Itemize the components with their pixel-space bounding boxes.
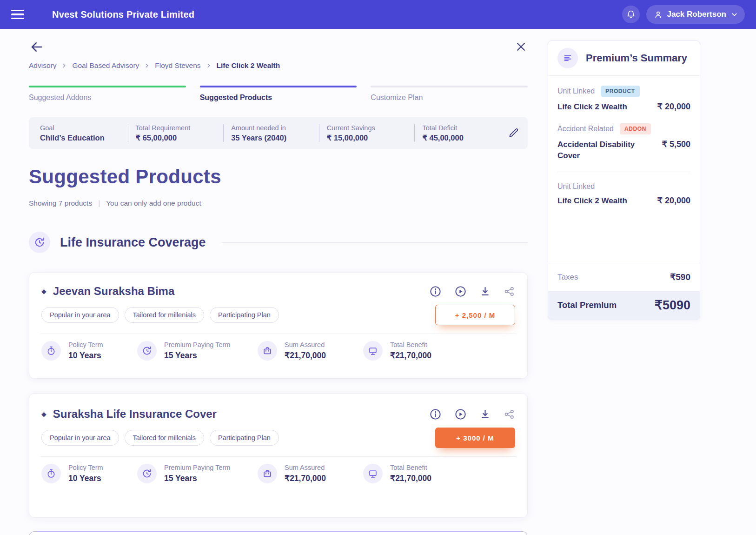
premium-paying-term-stat: Premium Paying Term 15 Years — [137, 341, 258, 361]
total-premium-row: Total Premium ₹5090 — [548, 291, 700, 320]
notifications-button[interactable] — [622, 6, 640, 23]
product-stats: Policy Term 10 Years Premium Paying Term… — [41, 341, 515, 361]
field-value: ₹ 15,00,000 — [327, 134, 407, 142]
top-header: Nvest Solutions Private Limited Jack Rob… — [0, 0, 756, 29]
product-tags: Popular in your area Tailored for millen… — [41, 307, 279, 323]
briefcase-icon — [258, 341, 277, 361]
field-value: 35 Years (2040) — [231, 134, 312, 142]
diamond-bullet-icon: ◆ — [41, 288, 46, 295]
policy-term-stat: Policy Term 10 Years — [41, 341, 137, 361]
field-value: ₹ 65,00,000 — [136, 134, 216, 142]
amount-needed-field: Amount needed in 35 Years (2040) — [228, 124, 314, 142]
breadcrumb-current: Life Click 2 Wealth — [217, 61, 280, 70]
item-name: Accidental Disability Cover — [557, 139, 637, 161]
share-button[interactable] — [504, 408, 515, 420]
section-title: Life Insurance Coverage — [60, 235, 206, 250]
info-button[interactable] — [429, 285, 442, 298]
stat-label: Premium Paying Term — [164, 464, 230, 471]
monitor-icon — [363, 464, 383, 483]
note-text: You can only add one product — [106, 199, 201, 207]
add-product-price-button[interactable]: + 2,500 / M — [435, 305, 515, 325]
card-actions — [429, 285, 515, 298]
edit-goal-button[interactable] — [508, 127, 519, 139]
divider — [319, 124, 319, 142]
total-premium-label: Total Premium — [557, 300, 617, 310]
sum-assured-stat: Sum Assured ₹21,70,000 — [258, 341, 363, 361]
stat-value: ₹21,70,000 — [390, 474, 431, 483]
step-tabs: Suggested Addons Suggested Products Cust… — [29, 86, 528, 102]
back-button[interactable] — [30, 40, 44, 54]
divider — [414, 124, 415, 142]
tab-customize-plan[interactable]: Customize Plan — [371, 86, 528, 102]
play-video-button[interactable] — [454, 285, 467, 298]
tag-participating: Participating Plan — [210, 430, 279, 446]
user-menu-button[interactable]: Jack Robertson — [646, 5, 745, 24]
tab-suggested-products[interactable]: Suggested Products — [200, 86, 357, 102]
download-button[interactable] — [479, 286, 491, 297]
bell-icon — [626, 10, 636, 19]
premium-summary-items: Unit Linked PRODUCT Life Click 2 Wealth … — [548, 76, 700, 263]
briefcase-icon — [258, 464, 277, 483]
stat-label: Sum Assured — [285, 341, 326, 348]
total-deficit-field: Total Deficit ₹ 45,00,000 — [419, 124, 505, 142]
stat-value: ₹21,70,000 — [390, 351, 431, 361]
total-requirement-field: Total Requirement ₹ 65,00,000 — [133, 124, 219, 142]
share-button[interactable] — [504, 286, 515, 297]
tag-participating: Participating Plan — [210, 307, 279, 323]
hamburger-menu-button[interactable] — [11, 10, 25, 19]
step-label: Suggested Products — [200, 94, 357, 102]
breadcrumb-advisory[interactable]: Advisory — [29, 61, 56, 70]
add-product-price-button[interactable]: + 3000 / M — [435, 428, 515, 448]
item-name: Life Click 2 Wealth — [557, 101, 627, 113]
stat-value: ₹21,70,000 — [285, 351, 326, 361]
breadcrumb-client[interactable]: Floyd Stevens — [155, 61, 200, 70]
divider — [40, 334, 516, 334]
taxes-label: Taxes — [557, 273, 578, 282]
total-benefit-stat: Total Benefit ₹21,70,000 — [363, 341, 431, 361]
play-video-button[interactable] — [454, 408, 467, 421]
item-category: Accident Related — [557, 125, 614, 133]
premium-paying-term-stat: Premium Paying Term 15 Years — [137, 464, 258, 483]
item-amount: ₹ 20,000 — [657, 195, 690, 206]
info-button[interactable] — [429, 408, 442, 421]
page-title: Suggested Products — [29, 166, 221, 188]
stat-value: 10 Years — [68, 474, 103, 483]
main-content: Advisory Goal Based Advisory Floyd Steve… — [29, 29, 528, 535]
tab-suggested-addons[interactable]: Suggested Addons — [29, 86, 186, 102]
topbar-actions: Jack Robertson — [622, 5, 745, 24]
stopwatch-icon — [41, 464, 61, 483]
item-amount: ₹ 20,000 — [657, 101, 690, 112]
product-stats: Policy Term 10 Years Premium Paying Term… — [41, 464, 515, 483]
divider — [40, 456, 516, 457]
total-benefit-stat: Total Benefit ₹21,70,000 — [363, 464, 431, 483]
policy-term-stat: Policy Term 10 Years — [41, 464, 137, 483]
showing-count-text: Showing 7 products — [29, 199, 92, 207]
stat-label: Total Benefit — [390, 464, 431, 471]
summary-item: Life Click 2 Wealth ₹ 20,000 — [557, 101, 690, 113]
divider — [222, 242, 528, 243]
step-label: Suggested Addons — [29, 94, 186, 102]
user-name: Jack Robertson — [667, 10, 726, 19]
monitor-icon — [363, 341, 383, 361]
premium-summary-header: Premium’s Summary — [548, 41, 700, 76]
separator: | — [98, 199, 100, 207]
addon-badge: ADDON — [620, 123, 651, 134]
chevron-right-icon — [144, 62, 150, 69]
close-button[interactable] — [515, 41, 527, 53]
breadcrumb: Advisory Goal Based Advisory Floyd Steve… — [29, 61, 280, 70]
field-label: Goal — [40, 124, 120, 132]
download-button[interactable] — [479, 408, 491, 420]
tag-millenials: Tailored for millenials — [125, 430, 204, 446]
product-name: Suraksha Life Insurance Cover — [53, 408, 217, 421]
stat-value: 15 Years — [164, 474, 230, 483]
clock-refresh-icon — [29, 232, 50, 253]
clock-refresh-icon — [137, 341, 157, 361]
page-subtitle: Showing 7 products | You can only add on… — [29, 199, 201, 207]
tag-popular: Popular in your area — [41, 307, 119, 323]
step-progress-line — [29, 86, 186, 87]
current-savings-field: Current Savings ₹ 15,00,000 — [324, 124, 410, 142]
clock-refresh-icon — [137, 464, 157, 483]
stat-label: Policy Term — [68, 464, 103, 471]
field-label: Total Requirement — [136, 124, 216, 132]
breadcrumb-goal-based-advisory[interactable]: Goal Based Advisory — [72, 61, 139, 70]
